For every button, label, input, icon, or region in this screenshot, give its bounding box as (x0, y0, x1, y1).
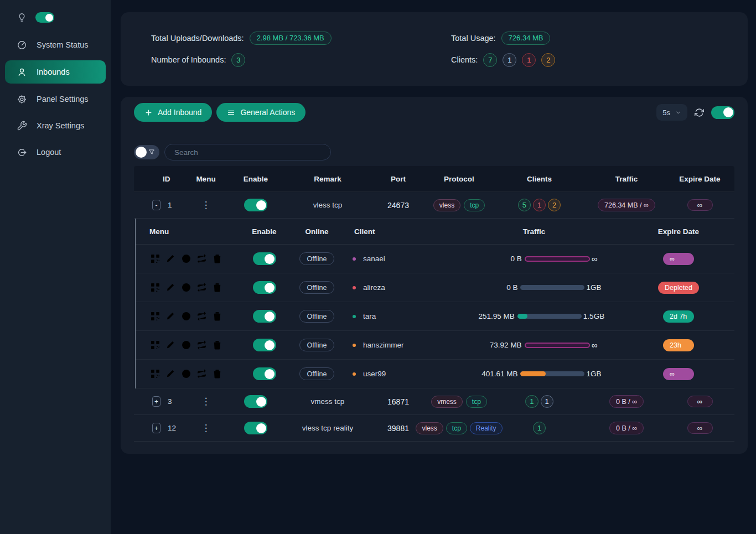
delete-icon[interactable] (211, 253, 223, 265)
sidebar-item-logout[interactable]: Logout (0, 141, 111, 163)
inbound-id: 3 (168, 397, 172, 406)
add-inbound-button[interactable]: Add Inbound (134, 103, 212, 122)
clients-subtable: Menu Enable Online Client Traffic Expire… (135, 219, 734, 388)
client-name: alireza (363, 283, 385, 292)
qr-code-icon[interactable] (149, 253, 161, 265)
client-expiry-badge: 23h (663, 339, 694, 351)
column-header: Traffic (588, 175, 665, 183)
traffic-used: 0 B (471, 255, 522, 263)
client-expiry-badge: 2d 7h (663, 310, 694, 323)
client-color-dot (353, 372, 356, 376)
search-input[interactable] (164, 144, 331, 160)
general-actions-button[interactable]: General Actions (216, 103, 305, 122)
row-menu-button[interactable]: ⋮ (201, 200, 211, 210)
info-icon[interactable] (180, 339, 192, 351)
traffic-badge: 726.34 MB / ∞ (598, 199, 655, 211)
delete-icon[interactable] (211, 282, 223, 293)
number-of-inbounds: Number of Inbounds: 3 (151, 53, 451, 67)
inbound-enable-toggle[interactable] (244, 422, 267, 434)
client-name: user99 (363, 370, 386, 378)
reset-traffic-icon[interactable] (196, 310, 208, 322)
inbound-port: 24673 (369, 201, 427, 210)
theme-row (0, 10, 111, 34)
clients-count-badge: 1 (522, 53, 536, 67)
column-header: ID (134, 175, 187, 183)
delete-icon[interactable] (211, 368, 223, 380)
collapse-row-button[interactable]: - (152, 200, 160, 210)
row-menu-button[interactable]: ⋮ (201, 423, 211, 433)
sidebar-item-system-status[interactable]: System Status (0, 34, 111, 56)
traffic-progress (525, 343, 590, 348)
refresh-icon[interactable] (695, 108, 704, 117)
traffic-used: 251.95 MB (464, 312, 515, 320)
protocol-badge: vmess (431, 396, 463, 408)
refresh-interval-select[interactable]: 5s (656, 104, 687, 121)
edit-icon[interactable] (165, 253, 177, 265)
inbound-remark: vless tcp (286, 201, 369, 209)
qr-code-icon[interactable] (149, 310, 161, 322)
inbound-enable-toggle[interactable] (244, 199, 267, 211)
reset-traffic-icon[interactable] (196, 282, 208, 293)
stat-label: Clients: (451, 55, 478, 64)
subtable-header: Menu Enable Online Client Traffic Expire… (136, 219, 734, 245)
column-header: Expire Date (623, 227, 734, 236)
sidebar-item-label: Xray Settings (37, 121, 84, 130)
expand-row-button[interactable]: + (152, 396, 160, 407)
delete-icon[interactable] (211, 310, 223, 322)
info-icon[interactable] (180, 310, 192, 322)
client-enable-toggle[interactable] (253, 339, 276, 351)
inbounds-count-badge: 3 (231, 53, 245, 67)
client-expiry-badge: ∞ (663, 253, 694, 265)
theme-toggle[interactable] (35, 12, 54, 23)
edit-icon[interactable] (165, 339, 177, 351)
client-enable-toggle[interactable] (253, 252, 276, 265)
column-header: Port (369, 175, 427, 183)
online-status-badge: Offline (299, 310, 335, 323)
table-header: ID Menu Enable Remark Port Protocol Clie… (134, 166, 734, 192)
client-enable-toggle[interactable] (253, 310, 276, 323)
search-row (134, 144, 734, 160)
qr-code-icon[interactable] (149, 282, 161, 293)
inbound-enable-toggle[interactable] (244, 395, 267, 408)
edit-icon[interactable] (165, 282, 177, 293)
delete-icon[interactable] (211, 339, 223, 351)
edit-icon[interactable] (165, 368, 177, 380)
inbound-row: - 1 ⋮ vless tcp 24673 vless tcp 5 1 2 72… (134, 192, 734, 219)
expand-row-button[interactable]: + (152, 423, 160, 433)
traffic-used: 0 B (467, 283, 517, 292)
traffic-progress (520, 285, 584, 290)
logout-icon (17, 147, 27, 158)
qr-code-icon[interactable] (149, 368, 161, 380)
traffic-limit: 1GB (586, 283, 601, 292)
client-enable-toggle[interactable] (253, 281, 276, 294)
online-status-badge: Offline (299, 367, 335, 380)
traffic-progress (520, 371, 584, 376)
column-header: Enable (225, 175, 286, 183)
client-expiry-badge: ∞ (663, 368, 694, 380)
main-content: Total Uploads/Downloads: 2.98 MB / 723.3… (111, 0, 756, 534)
info-icon[interactable] (180, 282, 192, 293)
traffic-limit: 1GB (586, 370, 601, 378)
clients-count-badge: 2 (548, 199, 561, 211)
info-icon[interactable] (180, 253, 192, 265)
row-menu-button[interactable]: ⋮ (201, 397, 211, 406)
reset-traffic-icon[interactable] (196, 368, 208, 380)
auto-refresh-toggle[interactable] (711, 106, 734, 119)
qr-code-icon[interactable] (149, 339, 161, 351)
reset-traffic-icon[interactable] (196, 339, 208, 351)
traffic-used: 401.61 MB (467, 370, 517, 378)
sidebar-item-inbounds[interactable]: Inbounds (5, 60, 106, 84)
edit-icon[interactable] (165, 310, 177, 322)
filter-toggle[interactable] (134, 145, 159, 159)
info-icon[interactable] (180, 368, 192, 380)
client-enable-toggle[interactable] (253, 367, 276, 380)
sidebar-item-xray-settings[interactable]: Xray Settings (0, 115, 111, 137)
gear-icon (17, 94, 27, 105)
clients-count-badge: 1 (541, 395, 553, 408)
general-actions-label: General Actions (240, 108, 295, 117)
reset-traffic-icon[interactable] (196, 253, 208, 265)
sidebar-item-panel-settings[interactable]: Panel Settings (0, 88, 111, 110)
sidebar-item-label: Logout (37, 148, 61, 157)
expire-badge: ∞ (687, 396, 713, 407)
column-header: Protocol (427, 175, 491, 183)
